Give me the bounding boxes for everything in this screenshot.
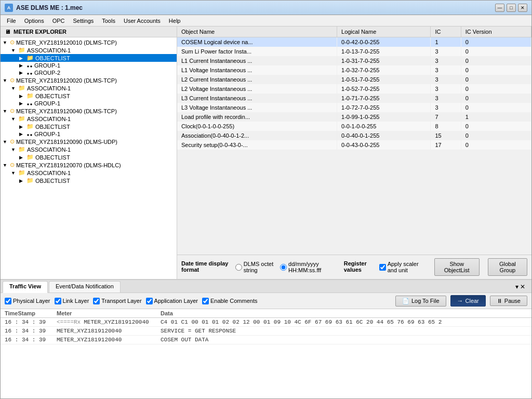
main-window: A ASE DLMS ME : 1.mec — □ ✕ File Options… xyxy=(0,0,532,399)
tree-item-group3[interactable]: ▶⬥⬥GROUP-1 xyxy=(1,100,177,107)
tree-item-assoc1[interactable]: ▼📁ASSOCIATION-1 xyxy=(1,46,177,54)
tab-event-notification[interactable]: Event/Data Notification xyxy=(49,281,121,292)
tree-item-meter1[interactable]: ▼⊙METER_XYZ1819120010 (DLMS-TCP) xyxy=(1,38,177,46)
traffic-row: 16 : 34 : 39METER_XYZ1819120040SERVICE =… xyxy=(1,327,531,336)
maximize-button[interactable]: □ xyxy=(507,4,516,12)
radio-dlms-input[interactable] xyxy=(235,264,242,271)
pause-button[interactable]: ⏸ Pause xyxy=(490,296,527,306)
menu-user-accounts[interactable]: User Accounts xyxy=(119,17,165,25)
tree-item-group1[interactable]: ▶⬥⬥GROUP-1 xyxy=(1,62,177,69)
datetime-radio-group: DLMS octet string dd/mm/yyyy HH:MM:ss.ff… xyxy=(235,261,336,273)
link-layer-checkbox[interactable]: Link Layer xyxy=(55,298,89,304)
link-layer-input[interactable] xyxy=(55,298,61,304)
radio-datetime-input[interactable] xyxy=(280,264,287,271)
traffic-data: SERVICE = GET RESPONSE xyxy=(161,328,527,334)
menu-tools[interactable]: Tools xyxy=(98,17,119,25)
table-row[interactable]: L1 Current Instantaneous ...1-0-31-7-0-2… xyxy=(177,56,531,65)
traffic-meter: <====RxMETER_XYZ1819120040 xyxy=(57,319,161,325)
show-objectlist-button[interactable]: Show ObjectList xyxy=(434,258,480,276)
tree-item-objlist2[interactable]: ▶📁OBJECTLIST xyxy=(1,92,177,100)
tree-item-meter5[interactable]: ▼⊙METER_XYZ1819120070 (DLMS-HDLC) xyxy=(1,161,177,169)
table-row[interactable]: L1 Voltage Instantaneous ...1-0-32-7-0-2… xyxy=(177,65,531,75)
clear-button[interactable]: → Clear xyxy=(450,295,486,307)
table-row[interactable]: Association(0-0-40-0-1-2...0-0-40-0-1-25… xyxy=(177,131,531,140)
table-row[interactable]: L2 Current Instantaneous ...1-0-51-7-0-2… xyxy=(177,75,531,84)
traffic-timestamp: 16 : 34 : 39 xyxy=(5,337,57,343)
tab-close-button[interactable]: ▾ ✕ xyxy=(511,281,529,292)
datetime-format-label: Date time display format xyxy=(181,260,232,273)
col-ic-version: IC Version xyxy=(461,26,531,37)
traffic-meter: METER_XYZ1819120040 xyxy=(57,337,161,343)
tree-scroll[interactable]: ▼⊙METER_XYZ1819120010 (DLMS-TCP)▼📁ASSOCI… xyxy=(1,37,177,279)
radio-dlms[interactable]: DLMS octet string xyxy=(235,261,276,273)
tab-traffic-view[interactable]: Traffic View xyxy=(3,281,48,293)
objects-table-area[interactable]: Object Name Logical Name IC IC Version C… xyxy=(177,26,531,255)
tree-item-objlist1[interactable]: ▶📁OBJECTLIST xyxy=(1,54,177,62)
application-layer-checkbox[interactable]: Application Layer xyxy=(146,298,198,304)
tree-item-group4[interactable]: ▶⬥⬥GROUP-1 xyxy=(1,130,177,138)
tab-bar: Traffic View Event/Data Notification ▾ ✕ xyxy=(1,280,531,293)
traffic-data: C4 01 C1 00 01 01 02 02 12 00 01 09 10 4… xyxy=(161,319,527,325)
tree-item-assoc3[interactable]: ▼📁ASSOCIATION-1 xyxy=(1,115,177,123)
clear-icon: → xyxy=(457,297,463,304)
tree-header: 🖥 METER EXPLORER xyxy=(1,26,177,37)
traffic-meter: METER_XYZ1819120040 xyxy=(57,328,161,334)
radio-datetime[interactable]: dd/mm/yyyy HH:MM:ss.fff xyxy=(280,261,336,273)
objects-tbody: COSEM Logical device na...0-0-42-0-0-255… xyxy=(177,37,531,150)
traffic-body[interactable]: 16 : 34 : 39<====RxMETER_XYZ1819120040C4… xyxy=(1,318,531,398)
log-to-file-button[interactable]: 📄 Log To File xyxy=(395,296,446,307)
tree-body: ▼⊙METER_XYZ1819120010 (DLMS-TCP)▼📁ASSOCI… xyxy=(1,37,177,185)
traffic-toolbar: Physical Layer Link Layer Transport Laye… xyxy=(1,293,531,309)
physical-layer-input[interactable] xyxy=(5,298,11,304)
application-layer-input[interactable] xyxy=(146,298,153,304)
physical-layer-checkbox[interactable]: Physical Layer xyxy=(5,298,50,304)
log-icon: 📄 xyxy=(402,298,409,304)
col-timestamp: TimeStamp xyxy=(5,310,57,316)
apply-scaler-input[interactable] xyxy=(379,264,386,271)
register-values-group: Register values Apply scaler and unit xyxy=(344,260,426,274)
table-row[interactable]: Security setup(0-0-43-0-...0-0-43-0-0-25… xyxy=(177,140,531,150)
menu-opc[interactable]: OPC xyxy=(48,17,69,25)
transport-layer-checkbox[interactable]: Transport Layer xyxy=(93,298,141,304)
window-title: ASE DLMS ME : 1.mec xyxy=(16,4,495,11)
datetime-format-group: Date time display format DLMS octet stri… xyxy=(181,260,336,274)
enable-comments-input[interactable] xyxy=(202,298,209,304)
tree-item-group2[interactable]: ▶⬥⬥GROUP-2 xyxy=(1,69,177,76)
transport-layer-input[interactable] xyxy=(93,298,100,304)
table-row[interactable]: L3 Current Instantaneous ...1-0-71-7-0-2… xyxy=(177,94,531,103)
tree-item-assoc2[interactable]: ▼📁ASSOCIATION-1 xyxy=(1,84,177,92)
tree-item-objlist5[interactable]: ▶📁OBJECTLIST xyxy=(1,177,177,184)
tree-item-objlist3[interactable]: ▶📁OBJECTLIST xyxy=(1,123,177,130)
tree-item-meter3[interactable]: ▼⊙METER_XYZ1819120040 (DLMS-TCP) xyxy=(1,107,177,115)
menu-file[interactable]: File xyxy=(3,17,20,25)
table-row[interactable]: Sum Li Power factor Insta...1-0-13-7-0-2… xyxy=(177,47,531,56)
minimize-button[interactable]: — xyxy=(495,4,504,12)
tree-item-meter4[interactable]: ▼⊙METER_XYZ1819120090 (DLMS-UDP) xyxy=(1,138,177,145)
menu-options[interactable]: Options xyxy=(20,17,48,25)
table-row[interactable]: Clock(0-0-1-0-0-255)0-0-1-0-0-25580 xyxy=(177,122,531,131)
table-row[interactable]: COSEM Logical device na...0-0-42-0-0-255… xyxy=(177,37,531,47)
traffic-row: 16 : 34 : 39<====RxMETER_XYZ1819120040C4… xyxy=(1,318,531,327)
menu-settings[interactable]: Settings xyxy=(69,17,98,25)
tree-item-assoc4[interactable]: ▼📁ASSOCIATION-1 xyxy=(1,145,177,153)
table-row[interactable]: Load profile with recordin...1-0-99-1-0-… xyxy=(177,112,531,122)
pause-icon: ⏸ xyxy=(497,298,502,304)
enable-comments-checkbox[interactable]: Enable Comments xyxy=(202,298,258,304)
app-icon: A xyxy=(5,4,13,12)
right-panel: Object Name Logical Name IC IC Version C… xyxy=(177,26,531,279)
tree-header-label: METER EXPLORER xyxy=(14,29,66,35)
table-row[interactable]: L2 Voltage Instantaneous ...1-0-52-7-0-2… xyxy=(177,84,531,94)
menu-bar: File Options OPC Settings Tools User Acc… xyxy=(1,15,531,26)
tree-item-assoc5[interactable]: ▼📁ASSOCIATION-1 xyxy=(1,169,177,177)
objects-table: Object Name Logical Name IC IC Version C… xyxy=(177,26,531,150)
table-row[interactable]: L3 Voltage Instantaneous ...1-0-72-7-0-2… xyxy=(177,103,531,112)
tree-item-objlist4[interactable]: ▶📁OBJECTLIST xyxy=(1,153,177,161)
bottom-panel: Traffic View Event/Data Notification ▾ ✕… xyxy=(1,279,531,398)
traffic-timestamp: 16 : 34 : 39 xyxy=(5,319,57,325)
tree-item-meter2[interactable]: ▼⊙METER_XYZ1819120020 (DLMS-TCP) xyxy=(1,76,177,84)
apply-scaler-checkbox[interactable]: Apply scaler and unit xyxy=(379,261,426,273)
object-toolbar: Date time display format DLMS octet stri… xyxy=(177,255,531,279)
global-group-button[interactable]: Global Group xyxy=(488,258,527,276)
menu-help[interactable]: Help xyxy=(165,17,185,25)
close-button[interactable]: ✕ xyxy=(518,4,527,12)
